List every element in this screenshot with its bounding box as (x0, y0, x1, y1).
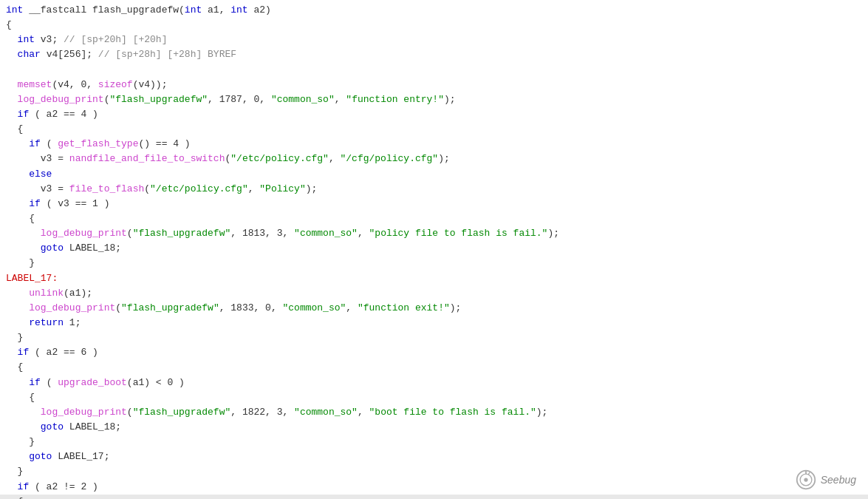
svg-point-4 (804, 478, 807, 481)
code-line: log_debug_print("flash_upgradefw", 1833,… (0, 301, 868, 316)
seebug-logo-icon (796, 469, 816, 490)
code-line: } (0, 435, 868, 449)
code-line: LABEL_17: (0, 271, 868, 286)
code-line: if ( a2 == 6 ) (0, 345, 868, 360)
code-line: } (0, 330, 868, 345)
watermark-text: Seebug (821, 474, 856, 486)
code-line: log_debug_print("flash_upgradefw", 1787,… (0, 92, 868, 107)
code-line: { (0, 360, 868, 375)
code-line: int __fastcall flash_upgradefw(int a1, i… (0, 3, 868, 18)
code-view: int __fastcall flash_upgradefw(int a1, i… (0, 0, 868, 499)
code-line: char v4[256]; // [sp+28h] [+28h] BYREF (0, 47, 868, 62)
code-line: log_debug_print("flash_upgradefw", 1822,… (0, 405, 868, 420)
code-line: if ( a2 != 2 ) (0, 480, 868, 495)
code-line: goto LABEL_18; (0, 420, 868, 435)
code-line: if ( get_flash_type() == 4 ) (0, 137, 868, 152)
code-line: goto LABEL_17; (0, 449, 868, 464)
code-line: return 1; (0, 316, 868, 330)
code-line: v3 = file_to_flash("/etc/policy.cfg", "P… (0, 182, 868, 197)
code-line: { (0, 390, 868, 405)
code-line: { (0, 122, 868, 137)
code-line: { (0, 211, 868, 226)
code-line: memset(v4, 0, sizeof(v4)); (0, 78, 868, 92)
code-line: { (0, 495, 868, 499)
code-line: unlink(a1); (0, 286, 868, 301)
code-line: } (0, 464, 868, 479)
code-line: goto LABEL_18; (0, 241, 868, 256)
code-line: else (0, 167, 868, 182)
code-line: if ( v3 == 1 ) (0, 197, 868, 211)
code-line: if ( upgrade_boot(a1) < 0 ) (0, 376, 868, 390)
code-line: log_debug_print("flash_upgradefw", 1813,… (0, 226, 868, 241)
code-line: int v3; // [sp+20h] [+20h] (0, 33, 868, 47)
code-line (0, 63, 868, 78)
code-line: } (0, 256, 868, 271)
code-line: { (0, 18, 868, 33)
watermark: Seebug (796, 469, 856, 490)
code-line: if ( a2 == 4 ) (0, 107, 868, 122)
code-line: v3 = nandfile_and_file_to_switch("/etc/p… (0, 152, 868, 166)
